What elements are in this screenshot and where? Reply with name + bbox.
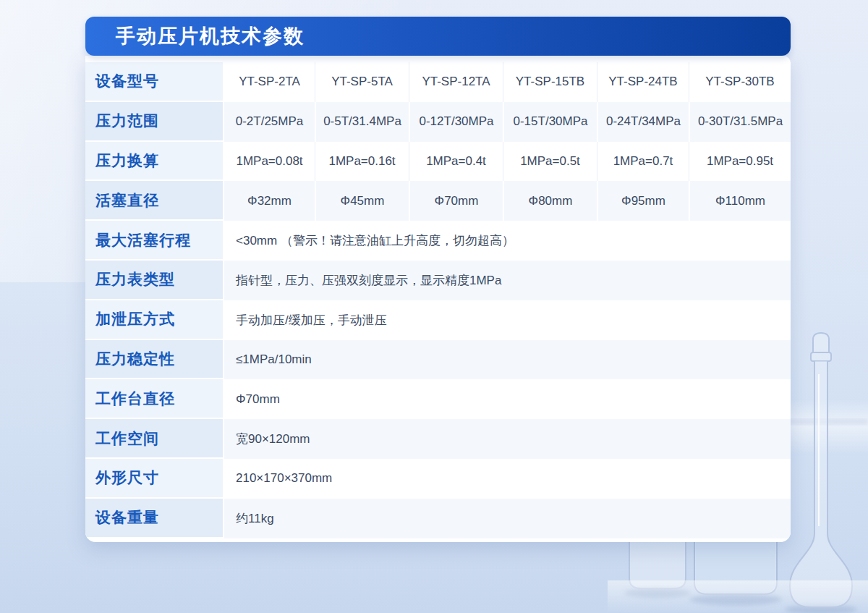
row-label: 压力换算 [85,142,224,182]
spec-row-device-model: 设备型号YT-SP-2TAYT-SP-5TAYT-SP-12TAYT-SP-15… [85,62,791,102]
spec-value-cell: 0-5T/31.4MPa [315,102,409,142]
spec-row-pressure-range: 压力范围0-2T/25MPa0-5T/31.4MPa0-12T/30MPa0-1… [85,102,791,142]
spec-table-card: 设备型号YT-SP-2TAYT-SP-5TAYT-SP-12TAYT-SP-15… [85,56,791,542]
row-label: 最大活塞行程 [85,221,224,261]
spec-value-cell: ≤1MPa/10min [224,340,791,380]
spec-row-pressure-stability: 压力稳定性≤1MPa/10min [85,340,791,380]
spec-row-device-weight: 设备重量约11kg [85,499,791,538]
row-label: 外形尺寸 [85,459,224,499]
spec-row-gauge-type: 压力表类型指针型，压力、压强双刻度显示，显示精度1MPa [85,261,791,300]
spec-value-cell: YT-SP-5TA [315,62,409,102]
spec-value-cell: 0-24T/34MPa [597,102,689,142]
spec-value-cell: Φ70mm [409,181,503,221]
spec-value-cell: 手动加压/缓加压，手动泄压 [224,300,791,340]
spec-value-cell: Φ110mm [689,181,791,221]
spec-value-cell: 0-15T/30MPa [503,102,597,142]
spec-value-cell: 1MPa=0.08t [224,142,315,182]
spec-value-cell: YT-SP-2TA [224,62,315,102]
spec-value-cell: YT-SP-30TB [689,62,791,102]
spec-value-cell: YT-SP-12TA [409,62,503,102]
row-label: 活塞直径 [85,181,224,221]
page-background: 500ml 200 100 手动压片机技术参数 设备型号YT-SP-2TAYT-… [0,0,868,613]
spec-value-cell: 0-2T/25MPa [224,102,315,142]
spec-row-pressurize-method: 加泄压方式手动加压/缓加压，手动泄压 [85,300,791,340]
row-label: 设备重量 [85,499,224,538]
spec-row-max-piston-stroke: 最大活塞行程<30mm （警示！请注意油缸上升高度，切勿超高） [85,221,791,261]
spec-value-cell: YT-SP-15TB [503,62,597,102]
spec-value-cell: 指针型，压力、压强双刻度显示，显示精度1MPa [224,261,791,300]
row-label: 压力表类型 [85,261,224,300]
spec-table: 设备型号YT-SP-2TAYT-SP-5TAYT-SP-12TAYT-SP-15… [85,62,791,538]
section-title-banner: 手动压片机技术参数 [85,17,791,56]
spec-value-cell: 1MPa=0.95t [689,142,791,182]
spec-value-cell: 0-30T/31.5MPa [689,102,791,142]
spec-value-cell: 0-12T/30MPa [409,102,503,142]
spec-value-cell: 约11kg [224,499,791,538]
row-label: 工作空间 [85,419,224,459]
spec-value-cell: Φ32mm [224,181,315,221]
spec-row-overall-dimensions: 外形尺寸210×170×370mm [85,459,791,499]
section-title: 手动压片机技术参数 [116,23,305,49]
spec-row-piston-diameter: 活塞直径Φ32mmΦ45mmΦ70mmΦ80mmΦ95mmΦ110mm [85,181,791,221]
spec-value-cell: <30mm （警示！请注意油缸上升高度，切勿超高） [224,221,791,261]
row-label: 工作台直径 [85,379,224,419]
spec-value-cell: 1MPa=0.16t [315,142,409,182]
table-sheen [608,580,868,613]
row-label: 压力稳定性 [85,340,224,380]
spec-value-cell: Φ95mm [597,181,689,221]
spec-value-cell: 1MPa=0.5t [503,142,597,182]
spec-value-cell: Φ70mm [224,379,791,419]
spec-row-pressure-conversion: 压力换算1MPa=0.08t1MPa=0.16t1MPa=0.4t1MPa=0.… [85,142,791,182]
spec-value-cell: 1MPa=0.7t [597,142,689,182]
spec-value-cell: 210×170×370mm [224,459,791,499]
row-label: 设备型号 [85,62,224,102]
spec-row-worktable-diameter: 工作台直径Φ70mm [85,379,791,419]
row-label: 压力范围 [85,102,224,142]
spec-value-cell: YT-SP-24TB [597,62,689,102]
spec-value-cell: Φ80mm [503,181,597,221]
spec-value-cell: Φ45mm [315,181,409,221]
spec-row-working-space: 工作空间宽90×120mm [85,419,791,459]
row-label: 加泄压方式 [85,300,224,340]
spec-value-cell: 宽90×120mm [224,419,791,459]
volumetric-flask-icon [790,333,852,607]
spec-value-cell: 1MPa=0.4t [409,142,503,182]
